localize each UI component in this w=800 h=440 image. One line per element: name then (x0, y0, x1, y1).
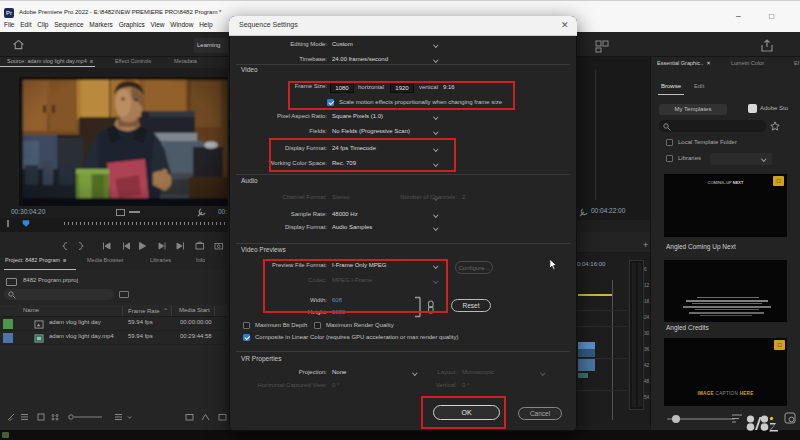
svg-text:36: 36 (644, 347, 650, 352)
svg-text:48: 48 (644, 379, 650, 384)
svg-text:42: 42 (644, 363, 650, 368)
svg-text:12: 12 (644, 283, 650, 288)
svg-text:6: 6 (644, 267, 647, 272)
svg-text:30: 30 (644, 331, 650, 336)
svg-text:24: 24 (644, 315, 650, 320)
svg-text:54: 54 (644, 395, 650, 400)
svg-text:18: 18 (644, 299, 650, 304)
